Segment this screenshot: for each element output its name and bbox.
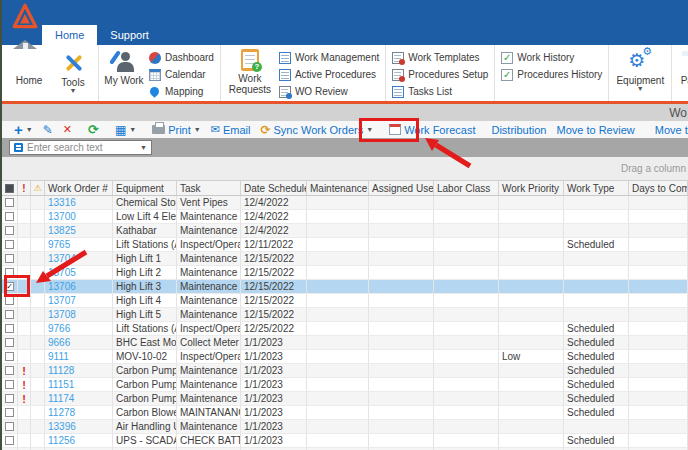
email-button[interactable]: ✉Email [206,121,256,138]
table-row[interactable]: 9765Lift Stations (AL...Inspect/Operat..… [2,238,688,252]
work-order-link[interactable]: 13316 [45,196,113,210]
tab-support[interactable]: Support [97,25,162,45]
row-checkbox-checked[interactable]: ✓ [5,282,14,291]
table-row[interactable]: !11128Carbon Pump #1Maintenance (0...1/1… [2,364,688,378]
refresh-button[interactable]: ⟳ [83,121,104,138]
table-row[interactable]: 9666BHC East Molin...Collect Meter R...1… [2,336,688,350]
table-row[interactable]: 11278Carbon BlowerMAINTANANCE1/1/2023Sch… [2,406,688,420]
parts-button[interactable]: Parts ▼ [675,46,688,100]
work-order-link[interactable]: 9766 [45,322,113,336]
row-checkbox[interactable] [5,296,14,305]
table-row[interactable]: 13705High Lift 2Maintenance (6...12/15/2… [2,266,688,280]
column-header-maintenance_group[interactable]: Maintenance Gro [307,181,369,195]
tab-home[interactable]: Home [42,25,97,45]
work-order-link[interactable]: 9666 [45,336,113,350]
row-checkbox[interactable] [5,268,14,277]
work-forecast-button[interactable]: Work Forecast [384,121,480,138]
row-checkbox[interactable] [5,226,14,235]
column-header-date[interactable]: Date Schedule▲ [241,181,307,195]
sync-work-orders-button[interactable]: ⟳Sync Work Orders▼ [255,121,378,138]
wo-review-button[interactable]: WO Review [276,83,382,100]
row-checkbox[interactable] [5,212,14,221]
work-management-button[interactable]: Work Management [276,49,382,66]
work-order-link[interactable]: 11174 [45,392,113,406]
row-checkbox[interactable] [5,380,14,389]
row-checkbox[interactable] [5,324,14,333]
row-checkbox[interactable] [5,310,14,319]
column-header-wo[interactable]: Work Order # [45,181,113,195]
calendar-button[interactable]: Calendar [146,66,217,83]
work-order-link[interactable]: 11151 [45,378,113,392]
mapping-button[interactable]: Mapping [146,83,217,100]
work-order-link[interactable]: 13707 [45,294,113,308]
table-row[interactable]: 11256UPS - SCADA P...CHECK BATTER...1/1/… [2,434,688,448]
search-box[interactable]: ▼ [9,140,152,155]
chevron-down-icon[interactable]: ▼ [140,144,147,151]
column-header-warning[interactable]: ⚠ [31,181,45,195]
table-row[interactable]: 9766Lift Stations (AL...Inspect/Operat..… [2,322,688,336]
row-checkbox[interactable] [5,436,14,445]
table-row[interactable]: 13704High Lift 1Maintenance (6...12/15/2… [2,252,688,266]
search-input[interactable] [27,142,136,153]
procedures-history-button[interactable]: ✓ Procedures History [498,66,605,83]
active-procedures-button[interactable]: Active Procedures [276,66,382,83]
row-checkbox[interactable] [5,366,14,375]
table-row[interactable]: 13396Air Handling U...Maintenance (2...1… [2,420,688,434]
work-order-link[interactable]: 13825 [45,224,113,238]
move-to-review-button[interactable]: Move to Review [551,121,639,138]
table-row[interactable]: !11174Carbon Pump #3Maintenance (0...1/1… [2,392,688,406]
edit-button[interactable]: ✎ [38,121,58,138]
work-order-link[interactable]: 11256 [45,434,113,448]
table-row[interactable]: 13700Low Lift 4 Elect...Maintenance (6..… [2,210,688,224]
work-order-link[interactable]: 11278 [45,406,113,420]
column-header-assigned_user[interactable]: Assigned User [369,181,434,195]
column-header-task[interactable]: Task [177,181,241,195]
row-checkbox[interactable] [5,198,14,207]
dashboard-button[interactable]: Dashboard [146,49,217,66]
row-checkbox[interactable] [5,338,14,347]
table-row[interactable]: !11151Carbon Pump #2Maintenance (0...1/1… [2,378,688,392]
row-checkbox[interactable] [5,352,14,361]
select-all-checkbox[interactable] [5,184,14,193]
column-header-alert[interactable]: ! [18,181,31,195]
home-button[interactable]: Home [7,46,51,100]
table-row-selected[interactable]: ✓13706High Lift 3Maintenance (7...12/15/… [2,280,688,294]
my-work-button[interactable]: My Work [102,46,146,100]
tasks-list-button[interactable]: Tasks List [389,83,491,100]
work-requests-button[interactable]: ? Work Requests [224,46,276,100]
tools-button[interactable]: Tools ▼ [51,46,95,100]
work-order-link[interactable]: 13396 [45,420,113,434]
table-row[interactable]: 9111MOV-10-02Inspect/Operat...1/1/2023Lo… [2,350,688,364]
work-order-link[interactable]: 13708 [45,308,113,322]
column-header-equipment[interactable]: Equipment [113,181,177,195]
print-button[interactable]: Print▼ [147,121,206,138]
row-checkbox[interactable] [5,394,14,403]
work-order-link[interactable]: 13704 [45,252,113,266]
table-row[interactable]: 13708High Lift 5Maintenance (7...12/15/2… [2,308,688,322]
row-checkbox[interactable] [5,422,14,431]
column-header-work_priority[interactable]: Work Priority [499,181,564,195]
column-header-labor_class[interactable]: Labor Class [434,181,499,195]
group-by-panel[interactable]: Drag a column [2,157,688,180]
work-order-link[interactable]: 11128 [45,364,113,378]
column-header-select[interactable] [2,181,18,195]
table-row[interactable]: 13707High Lift 4Maintenance (7...12/15/2… [2,294,688,308]
work-order-link[interactable]: 13700 [45,210,113,224]
work-order-link[interactable]: 9765 [45,238,113,252]
move-to-history-button[interactable]: Move to History [650,121,688,138]
layout-button[interactable]: ▦▼ [110,121,141,138]
row-checkbox[interactable] [5,254,14,263]
work-templates-button[interactable]: Work Templates [389,49,491,66]
work-order-link[interactable]: 9111 [45,350,113,364]
work-order-link[interactable]: 13706 [45,280,113,294]
work-order-link[interactable]: 13705 [45,266,113,280]
row-checkbox[interactable] [5,240,14,249]
column-header-work_type[interactable]: Work Type [564,181,629,195]
delete-button[interactable]: ✕ [58,121,77,138]
work-history-button[interactable]: ✓ Work History [498,49,605,66]
table-row[interactable]: 13825KathabarMaintenance (7...12/4/2022 [2,224,688,238]
table-row[interactable]: 13316Chemical Stora...Vent Pipes12/4/202… [2,196,688,210]
row-checkbox[interactable] [5,408,14,417]
distribution-button[interactable]: Distribution [486,121,551,138]
column-header-days_to_complete[interactable]: Days to Comple [629,181,688,195]
